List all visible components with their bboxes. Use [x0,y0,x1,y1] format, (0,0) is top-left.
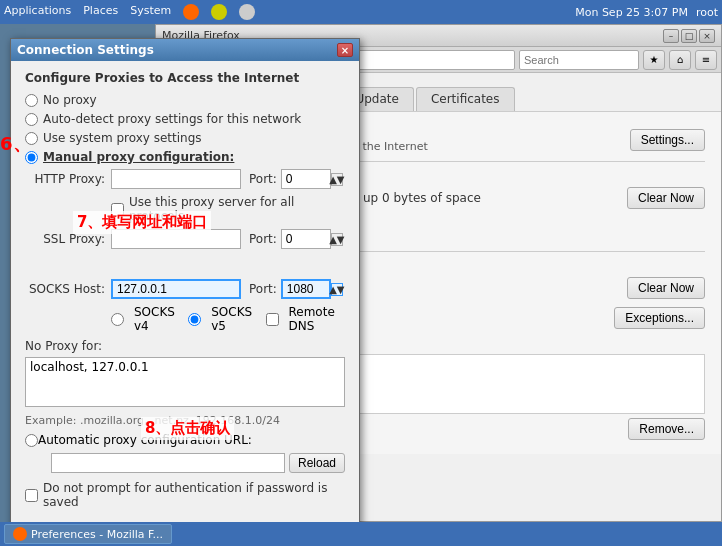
datetime: Mon Sep 25 3:07 PM [575,6,688,19]
socks-port-label: Port: [249,282,277,296]
do-not-prompt-row: Do not prompt for authentication if pass… [25,481,345,509]
http-proxy-input[interactable] [111,169,241,189]
auto-proxy-radio[interactable] [25,434,38,447]
bookmark-button[interactable]: ★ [643,50,665,70]
ssl-port-spinner[interactable]: ▲▼ [331,233,343,246]
tab-certificates[interactable]: Certificates [416,87,515,111]
dialog-titlebar: Connection Settings × [11,39,359,61]
manual-proxy-label: Manual proxy configuration: [43,150,234,164]
manual-proxy-radio[interactable] [25,151,38,164]
connection-settings-dialog: Connection Settings × Configure Proxies … [10,38,360,522]
socks-v5-radio[interactable] [188,313,201,326]
minimize-button[interactable]: – [663,29,679,43]
no-proxy-radio[interactable] [25,94,38,107]
http-proxy-label: HTTP Proxy: [25,172,105,186]
socks-host-row: SOCKS Host: Port: ▲▼ [25,279,345,299]
clear-offline-button[interactable]: Clear Now [627,277,705,299]
ssl-proxy-input[interactable] [111,229,241,249]
port-spinner[interactable]: ▲▼ [331,173,343,186]
socks-version-row: SOCKS v4 SOCKS v5 Remote DNS [111,305,345,333]
dialog-title: Connection Settings [17,43,154,57]
ssl-proxy-row: SSL Proxy: Port: ▲▼ [25,229,345,249]
extra-icon2 [239,4,255,20]
settings-button[interactable]: Settings... [630,129,705,151]
socks-host-label: SOCKS Host: [25,282,105,296]
system-proxy-label: Use system proxy settings [43,131,202,145]
use-for-all-label: Use this proxy server for all protocols [129,195,345,223]
dialog-close-button[interactable]: × [337,43,353,57]
ssl-port-label: Port: [249,232,277,246]
auto-proxy-url-row: Reload [25,453,345,473]
radio-system-proxy: Use system proxy settings [25,131,345,145]
remote-dns-checkbox[interactable] [266,313,279,326]
top-taskbar-right: Mon Sep 25 3:07 PM root [575,6,718,19]
reload-button[interactable]: Reload [289,453,345,473]
dialog-overlay: 6、 Connection Settings × Configure Proxi… [0,24,360,522]
dialog-heading: Configure Proxies to Access the Internet [25,71,345,85]
extra-icon [211,4,227,20]
menu-applications[interactable]: Applications [4,4,71,20]
menu-places[interactable]: Places [83,4,118,20]
socks-port-spinner[interactable]: ▲▼ [331,283,343,296]
no-proxy-section: No Proxy for: localhost, 127.0.0.1 [25,339,345,410]
search-input[interactable] [519,50,639,70]
firefox-icon [183,4,199,20]
no-proxy-label: No proxy [43,93,97,107]
close-button[interactable]: × [699,29,715,43]
socks-port-input[interactable] [281,279,331,299]
socks-v4-label: SOCKS v4 [134,305,178,333]
socks-v5-label: SOCKS v5 [211,305,255,333]
remote-dns-label: Remote DNS [289,305,346,333]
dialog-body: Configure Proxies to Access the Internet… [11,61,359,522]
system-proxy-radio[interactable] [25,132,38,145]
use-for-all-checkbox[interactable] [111,203,124,216]
auto-detect-radio[interactable] [25,113,38,126]
ssl-proxy-label: SSL Proxy: [25,232,105,246]
do-not-prompt-label: Do not prompt for authentication if pass… [43,481,345,509]
example-text: Example: .mozilla.org, .net.nz, 192.168.… [25,414,345,427]
exceptions-button[interactable]: Exceptions... [614,307,705,329]
ssl-port-input[interactable] [281,229,331,249]
socks-host-input[interactable] [111,279,241,299]
radio-auto-detect: Auto-detect proxy settings for this netw… [25,112,345,126]
auto-proxy-label: Automatic proxy configuration URL: [38,433,252,447]
taskbar-firefox-icon [13,527,27,541]
radio-manual-proxy: Manual proxy configuration: [25,150,345,164]
desktop: Mozilla Firefox – □ × ◀ ▶ ↺ ★ ⌂ ≡ Genera… [0,24,722,522]
no-proxy-textarea[interactable]: localhost, 127.0.0.1 [25,357,345,407]
clear-cache-button[interactable]: Clear Now [627,187,705,209]
home-button[interactable]: ⌂ [669,50,691,70]
username: root [696,6,718,19]
taskbar-item-label: Preferences - Mozilla F... [31,528,163,541]
maximize-button[interactable]: □ [681,29,697,43]
top-taskbar: Applications Places System Mon Sep 25 3:… [0,0,722,24]
taskbar-item-firefox[interactable]: Preferences - Mozilla F... [4,524,172,544]
menu-button[interactable]: ≡ [695,50,717,70]
radio-no-proxy: No proxy [25,93,345,107]
socks-v4-radio[interactable] [111,313,124,326]
http-port-label: Port: [249,172,277,186]
http-port-input[interactable] [281,169,331,189]
taskbar-bottom: Preferences - Mozilla F... [0,522,722,546]
no-proxy-for-label: No Proxy for: [25,339,345,353]
auto-detect-label: Auto-detect proxy settings for this netw… [43,112,301,126]
firefox-titlebar-buttons: – □ × [663,29,715,43]
do-not-prompt-checkbox[interactable] [25,489,38,502]
auto-proxy-url-input[interactable] [51,453,285,473]
auto-proxy-row: Automatic proxy configuration URL: [25,433,345,447]
top-taskbar-left: Applications Places System [4,4,575,20]
remove-button[interactable]: Remove... [628,418,705,440]
menu-system[interactable]: System [130,4,171,20]
http-proxy-row: HTTP Proxy: Port: ▲▼ [25,169,345,189]
use-for-all-row: Use this proxy server for all protocols [111,195,345,223]
